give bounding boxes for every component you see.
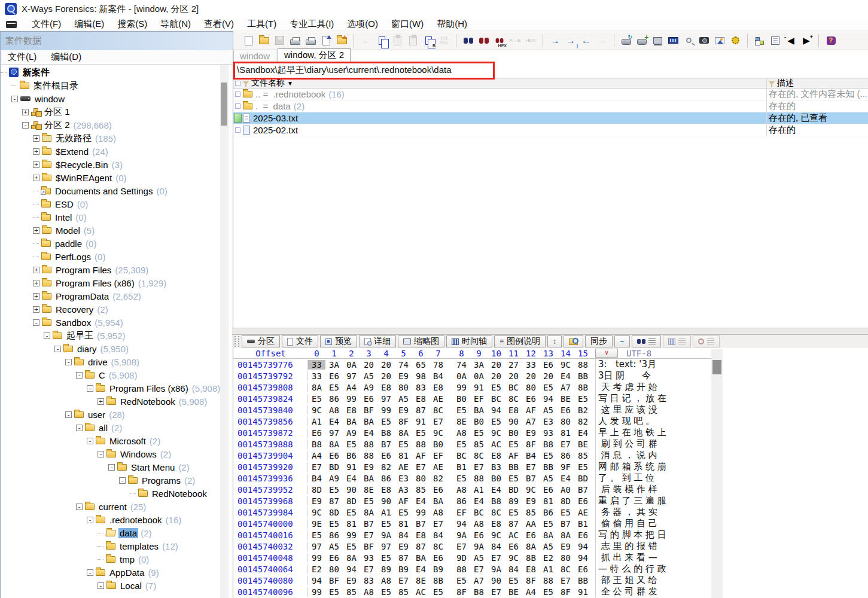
tab-file[interactable]: 文件 — [282, 335, 318, 347]
menu-item-2[interactable]: 搜索(S) — [111, 18, 154, 30]
tree-item-10[interactable]: ESD(0) — [1, 197, 221, 210]
horizontal-splitter[interactable] — [232, 328, 868, 335]
hex-row-7[interactable]: 00145739888B88AE588B7E588B0E585ACE58FB8E… — [233, 438, 711, 450]
tree-item-29[interactable]: -Windows(2) — [1, 447, 221, 460]
tree-item-14[interactable]: PerfLogs(0) — [1, 250, 221, 263]
collapse-icon[interactable]: - — [119, 477, 126, 484]
prev-item-icon[interactable]: ◀- — [784, 34, 797, 47]
hex-row-13[interactable]: 001457399849C8DE58AA1E599A8EFBC8CE585B6E… — [233, 507, 711, 518]
tree-item-9[interactable]: Documents and Settings(0) — [1, 184, 221, 197]
collapse-icon[interactable]: - — [87, 569, 93, 576]
collapse-icon[interactable]: - — [98, 582, 104, 589]
tab-details[interactable]: 详细 — [359, 335, 396, 347]
collapse-icon[interactable]: - — [54, 346, 61, 352]
row-checkbox[interactable] — [235, 127, 240, 133]
collapse-icon[interactable]: - — [76, 504, 83, 510]
tab-partition[interactable]: 分区 — [242, 335, 280, 347]
hex-row-19[interactable]: 0014574008094BFE983A8E78E8BE5A790E58F88E… — [233, 575, 711, 586]
hex-row-16[interactable]: 0014574003297A5E5BF97E9878CE79A84E68AA5E… — [233, 541, 711, 552]
path-breadcrumb[interactable]: \Sandbox\起早王\diary\user\current\.rednote… — [233, 62, 868, 78]
tree-item-30[interactable]: -Start Menu(2) — [1, 460, 221, 474]
open-folder-icon[interactable] — [257, 34, 270, 47]
hex-row-6[interactable]: 00145739872E697A9E4B88AE59CA8E59CB0E9938… — [233, 427, 711, 438]
tree-item-31[interactable]: -Programs(2) — [1, 474, 221, 487]
tree-item-28[interactable]: -Microsoft(2) — [1, 434, 221, 447]
tree-item-13[interactable]: paddle(0) — [1, 237, 221, 250]
help-book-icon[interactable] — [824, 34, 837, 47]
column-divider[interactable] — [766, 78, 767, 136]
collapse-icon[interactable]: - — [44, 332, 50, 339]
tree-item-34[interactable]: -.rednotebook(16) — [1, 513, 221, 526]
tree-item-6[interactable]: +$Extend(24) — [1, 145, 221, 158]
tree-item-38[interactable]: -AppData(9) — [1, 566, 221, 579]
tree-item-2[interactable]: -window — [1, 92, 221, 105]
collapse-icon[interactable]: - — [87, 438, 93, 444]
tree-item-19[interactable]: -Sandbox(5,954) — [1, 316, 221, 329]
hex-row-10[interactable]: 00145739936B4A9E4BA86E38082E588B0E5B7A5E… — [233, 472, 711, 484]
tree-item-36[interactable]: templates(12) — [1, 539, 221, 553]
tree-item-5[interactable]: +无效路径(185) — [1, 132, 221, 145]
collapse-icon[interactable]: - — [76, 425, 83, 431]
export-up-icon[interactable] — [335, 34, 348, 47]
hex-row-18[interactable]: 00145740064E28094E789B9E4B988E79A84E8A18… — [233, 563, 711, 575]
expand-icon[interactable]: + — [22, 109, 29, 115]
tree-item-22[interactable]: -drive(5,908) — [1, 355, 221, 368]
hex-row-8[interactable]: 00145739904A4E6B688E681AFEFBC8CE8AFB4E58… — [233, 450, 711, 461]
row-checkbox[interactable] — [235, 103, 240, 109]
hex-row-0[interactable]: 00145739776333A0A2020746578743A202733E69… — [233, 359, 711, 370]
tree-item-4[interactable]: -分区 2(298,668) — [1, 118, 221, 132]
row-checkbox[interactable] — [235, 91, 240, 97]
menu-item-1[interactable]: 编辑(E) — [68, 18, 111, 30]
select-all-checkbox[interactable] — [235, 81, 240, 86]
tab-active-1[interactable]: window, 分区 2 — [278, 48, 351, 62]
filter-icon[interactable] — [243, 81, 249, 85]
menu-item-6[interactable]: 专业工具(I) — [283, 18, 340, 30]
expand-icon[interactable]: + — [33, 267, 39, 273]
tree-item-3[interactable]: +分区 1 — [1, 105, 221, 118]
filter-icon-desc[interactable] — [769, 81, 775, 85]
details-list-icon[interactable] — [769, 34, 782, 47]
case-panel-menu-file[interactable]: 文件(L) — [1, 51, 44, 63]
goto-page-icon[interactable]: →| — [564, 34, 577, 47]
menu-item-3[interactable]: 导航(N) — [154, 18, 197, 30]
tree-item-35[interactable]: data(2) — [1, 526, 221, 539]
expand-icon[interactable]: + — [33, 175, 39, 181]
hex-row-1[interactable]: 0014573979233E697A520E998B40A0A20202020E… — [233, 370, 711, 382]
tree-item-18[interactable]: +Recovery(2) — [1, 303, 221, 316]
drag-handle[interactable] — [234, 336, 239, 347]
next-item-icon[interactable]: ▶+ — [800, 34, 813, 47]
column-filename[interactable]: 文件名称 — [251, 78, 285, 89]
directory-tree-icon[interactable] — [753, 34, 766, 47]
edit-report-icon[interactable] — [319, 34, 333, 47]
collapse-icon[interactable]: - — [76, 372, 83, 379]
mdi-child-icon[interactable] — [6, 21, 17, 28]
ram-chip-icon[interactable] — [651, 34, 664, 47]
collapse-icon[interactable]: - — [87, 385, 93, 392]
copy-hex-icon[interactable]: B — [422, 34, 435, 47]
column-description[interactable]: 描述 — [777, 78, 794, 89]
camera-icon[interactable] — [698, 34, 711, 47]
file-row-3[interactable]: 2025-02.txt存在的 — [233, 124, 868, 136]
tree-item-24[interactable]: -Program Files (x86)(5,908) — [1, 382, 221, 395]
tree-scrollbar-thumb[interactable] — [221, 83, 227, 126]
find-hex-icon[interactable] — [477, 34, 491, 47]
hex-viewer[interactable]: 00145739776333A0A2020746578743A202733E69… — [233, 359, 711, 598]
wave-button[interactable]: ~ — [614, 335, 630, 347]
viewed-checkbox[interactable] — [234, 114, 242, 123]
hex-row-17[interactable]: 0014574004899E68A93E587BAE69DA5E79C8BE28… — [233, 552, 711, 563]
tree-item-7[interactable]: +$Recycle.Bin(3) — [1, 158, 221, 171]
expand-icon[interactable]: + — [33, 227, 39, 234]
tree-item-26[interactable]: -user(28) — [1, 408, 221, 421]
hex-row-15[interactable]: 00145740016E58699E79A84E8849AE69CACE68A8… — [233, 529, 711, 541]
tab-inactive-0[interactable]: window — [233, 50, 276, 62]
tree-item-17[interactable]: +ProgramData(2,652) — [1, 289, 221, 303]
hex-search-icon[interactable]: HEX — [493, 34, 506, 47]
settings-gear-icon[interactable] — [729, 34, 742, 47]
menu-item-5[interactable]: 工具(T) — [240, 18, 283, 30]
tree-item-11[interactable]: Intel(0) — [1, 210, 221, 224]
tree-item-23[interactable]: -C(5,908) — [1, 368, 221, 382]
menu-item-9[interactable]: 帮助(H) — [430, 18, 474, 30]
goto-offset-icon[interactable]: → — [549, 34, 562, 47]
hex-row-12[interactable]: 00145739968E9878DE590AFE4BA86E4B889E9818… — [233, 495, 711, 507]
folder-search-button[interactable] — [564, 335, 583, 347]
